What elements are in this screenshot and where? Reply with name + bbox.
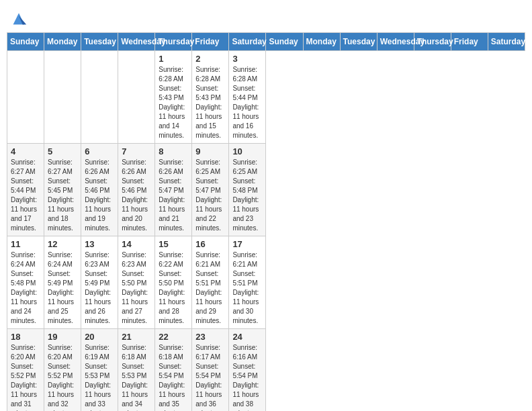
day-number: 17 — [232, 239, 262, 249]
day-info: Sunrise: 6:26 AM Sunset: 5:46 PM Dayligh… — [85, 158, 114, 233]
calendar-day-cell: 19Sunrise: 6:20 AM Sunset: 5:52 PM Dayli… — [44, 329, 81, 412]
day-number: 4 — [11, 146, 40, 156]
calendar-day-cell: 22Sunrise: 6:18 AM Sunset: 5:54 PM Dayli… — [155, 329, 192, 412]
day-number: 11 — [11, 239, 40, 249]
day-number: 7 — [122, 146, 151, 156]
calendar-day-cell: 13Sunrise: 6:23 AM Sunset: 5:49 PM Dayli… — [81, 236, 118, 329]
calendar-header-tuesday: Tuesday — [340, 33, 377, 51]
day-number: 19 — [48, 332, 77, 342]
day-info: Sunrise: 6:28 AM Sunset: 5:43 PM Dayligh… — [159, 65, 188, 140]
day-info: Sunrise: 6:27 AM Sunset: 5:44 PM Dayligh… — [11, 158, 40, 233]
calendar-header-wednesday: Wednesday — [377, 33, 414, 51]
day-number: 9 — [195, 146, 225, 156]
calendar-day-cell: 14Sunrise: 6:23 AM Sunset: 5:50 PM Dayli… — [118, 236, 155, 329]
day-info: Sunrise: 6:21 AM Sunset: 5:51 PM Dayligh… — [232, 250, 262, 326]
calendar-day-cell: 11Sunrise: 6:24 AM Sunset: 5:48 PM Dayli… — [7, 236, 44, 329]
day-info: Sunrise: 6:28 AM Sunset: 5:43 PM Dayligh… — [195, 65, 225, 140]
calendar-day-cell: 9Sunrise: 6:25 AM Sunset: 5:47 PM Daylig… — [192, 144, 229, 236]
calendar-day-cell: 18Sunrise: 6:20 AM Sunset: 5:52 PM Dayli… — [7, 329, 44, 412]
day-number: 3 — [232, 54, 262, 64]
day-number: 15 — [159, 239, 188, 249]
calendar-day-cell: 10Sunrise: 6:25 AM Sunset: 5:48 PM Dayli… — [229, 144, 266, 236]
day-info: Sunrise: 6:18 AM Sunset: 5:54 PM Dayligh… — [159, 343, 188, 411]
calendar-day-cell: 3Sunrise: 6:28 AM Sunset: 5:44 PM Daylig… — [229, 51, 266, 144]
day-number: 24 — [232, 332, 262, 342]
day-number: 8 — [159, 146, 188, 156]
calendar-header-thursday: Thursday — [155, 33, 192, 51]
day-info: Sunrise: 6:21 AM Sunset: 5:51 PM Dayligh… — [195, 250, 225, 326]
day-number: 14 — [122, 239, 151, 249]
day-number: 12 — [48, 239, 77, 249]
calendar-day-cell — [7, 51, 44, 144]
calendar-day-cell: 8Sunrise: 6:26 AM Sunset: 5:47 PM Daylig… — [155, 144, 192, 236]
day-info: Sunrise: 6:17 AM Sunset: 5:54 PM Dayligh… — [195, 343, 225, 411]
calendar-day-cell: 12Sunrise: 6:24 AM Sunset: 5:49 PM Dayli… — [44, 236, 81, 329]
calendar-day-cell: 16Sunrise: 6:21 AM Sunset: 5:51 PM Dayli… — [192, 236, 229, 329]
calendar-header-sunday: Sunday — [7, 33, 44, 51]
calendar-day-cell: 24Sunrise: 6:16 AM Sunset: 5:54 PM Dayli… — [229, 329, 266, 412]
day-number: 23 — [195, 332, 225, 342]
calendar-day-cell: 20Sunrise: 6:19 AM Sunset: 5:53 PM Dayli… — [81, 329, 118, 412]
calendar-day-cell: 1Sunrise: 6:28 AM Sunset: 5:43 PM Daylig… — [155, 51, 192, 144]
calendar-day-cell — [81, 51, 118, 144]
day-number: 13 — [85, 239, 114, 249]
calendar-header-saturday: Saturday — [229, 33, 266, 51]
day-info: Sunrise: 6:25 AM Sunset: 5:48 PM Dayligh… — [232, 158, 262, 233]
day-number: 16 — [195, 239, 225, 249]
calendar-day-cell — [118, 51, 155, 144]
day-number: 6 — [85, 146, 114, 156]
day-info: Sunrise: 6:23 AM Sunset: 5:50 PM Dayligh… — [122, 250, 151, 326]
calendar-header-monday: Monday — [303, 33, 340, 51]
day-number: 22 — [159, 332, 188, 342]
day-info: Sunrise: 6:27 AM Sunset: 5:45 PM Dayligh… — [48, 158, 77, 233]
calendar-header-friday: Friday — [192, 33, 229, 51]
calendar-day-cell: 15Sunrise: 6:22 AM Sunset: 5:50 PM Dayli… — [155, 236, 192, 329]
day-number: 20 — [85, 332, 114, 342]
calendar-day-cell: 23Sunrise: 6:17 AM Sunset: 5:54 PM Dayli… — [192, 329, 229, 412]
day-number: 2 — [195, 54, 225, 64]
calendar-header-row: SundayMondayTuesdayWednesdayThursdayFrid… — [7, 33, 525, 51]
calendar-day-cell: 2Sunrise: 6:28 AM Sunset: 5:43 PM Daylig… — [192, 51, 229, 144]
calendar-week-row: 11Sunrise: 6:24 AM Sunset: 5:48 PM Dayli… — [7, 236, 525, 329]
calendar-day-cell: 7Sunrise: 6:26 AM Sunset: 5:46 PM Daylig… — [118, 144, 155, 236]
day-info: Sunrise: 6:26 AM Sunset: 5:47 PM Dayligh… — [159, 158, 188, 233]
day-number: 1 — [159, 54, 188, 64]
calendar-day-cell: 5Sunrise: 6:27 AM Sunset: 5:45 PM Daylig… — [44, 144, 81, 236]
calendar-day-cell — [44, 51, 81, 144]
day-info: Sunrise: 6:16 AM Sunset: 5:54 PM Dayligh… — [232, 343, 262, 411]
calendar-header-sunday: Sunday — [266, 33, 303, 51]
day-info: Sunrise: 6:25 AM Sunset: 5:47 PM Dayligh… — [195, 158, 225, 233]
logo-icon — [9, 9, 28, 28]
calendar-week-row: 1Sunrise: 6:28 AM Sunset: 5:43 PM Daylig… — [7, 51, 525, 144]
calendar-day-cell: 17Sunrise: 6:21 AM Sunset: 5:51 PM Dayli… — [229, 236, 266, 329]
calendar-header-wednesday: Wednesday — [118, 33, 155, 51]
calendar-header-monday: Monday — [44, 33, 81, 51]
calendar-header-thursday: Thursday — [414, 33, 451, 51]
day-info: Sunrise: 6:24 AM Sunset: 5:49 PM Dayligh… — [48, 250, 77, 326]
day-number: 10 — [232, 146, 262, 156]
calendar-header-saturday: Saturday — [488, 33, 525, 51]
day-number: 5 — [48, 146, 77, 156]
page-header — [7, 7, 525, 28]
day-info: Sunrise: 6:22 AM Sunset: 5:50 PM Dayligh… — [159, 250, 188, 326]
calendar-header-friday: Friday — [451, 33, 488, 51]
day-info: Sunrise: 6:26 AM Sunset: 5:46 PM Dayligh… — [122, 158, 151, 233]
calendar-day-cell: 6Sunrise: 6:26 AM Sunset: 5:46 PM Daylig… — [81, 144, 118, 236]
day-info: Sunrise: 6:20 AM Sunset: 5:52 PM Dayligh… — [11, 343, 40, 411]
day-info: Sunrise: 6:19 AM Sunset: 5:53 PM Dayligh… — [85, 343, 114, 411]
day-info: Sunrise: 6:18 AM Sunset: 5:53 PM Dayligh… — [122, 343, 151, 411]
calendar-day-cell: 21Sunrise: 6:18 AM Sunset: 5:53 PM Dayli… — [118, 329, 155, 412]
day-number: 21 — [122, 332, 151, 342]
day-info: Sunrise: 6:24 AM Sunset: 5:48 PM Dayligh… — [11, 250, 40, 326]
logo — [7, 9, 28, 28]
calendar-week-row: 18Sunrise: 6:20 AM Sunset: 5:52 PM Dayli… — [7, 329, 525, 412]
day-number: 18 — [11, 332, 40, 342]
calendar-day-cell: 4Sunrise: 6:27 AM Sunset: 5:44 PM Daylig… — [7, 144, 44, 236]
day-info: Sunrise: 6:20 AM Sunset: 5:52 PM Dayligh… — [48, 343, 77, 411]
day-info: Sunrise: 6:23 AM Sunset: 5:49 PM Dayligh… — [85, 250, 114, 326]
day-info: Sunrise: 6:28 AM Sunset: 5:44 PM Dayligh… — [232, 65, 262, 140]
calendar-table: SundayMondayTuesdayWednesdayThursdayFrid… — [7, 32, 525, 411]
calendar-week-row: 4Sunrise: 6:27 AM Sunset: 5:44 PM Daylig… — [7, 144, 525, 236]
calendar-header-tuesday: Tuesday — [81, 33, 118, 51]
